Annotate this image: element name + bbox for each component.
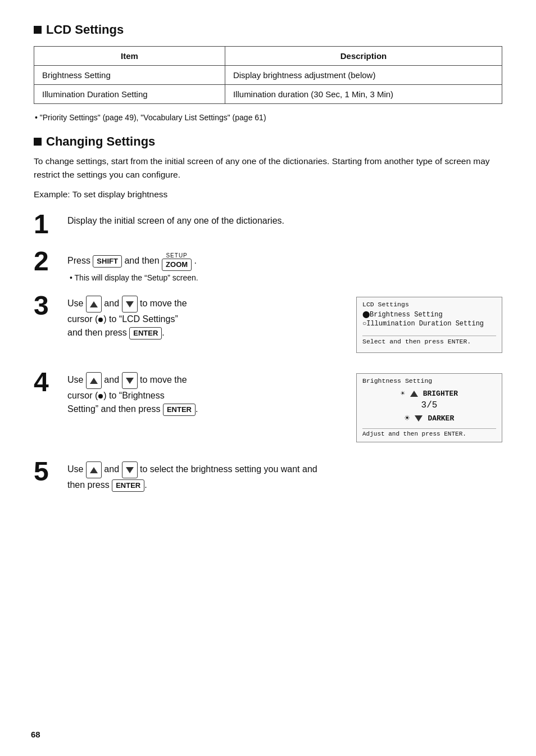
brightness-darker: ☀ DARKER [362, 413, 496, 424]
table-row: Illumination Duration SettingIlluminatio… [34, 85, 502, 104]
lcd-settings-section: LCD Settings Item Description Brightness… [34, 22, 502, 122]
step-4: 4 Use and to move the cursor () to “Brig… [34, 369, 502, 442]
step-5-content: Use and to select the brightness setting… [67, 458, 502, 492]
lcd-row-3-2: ○Illumination Duration Setting [362, 320, 496, 328]
lcd-settings-title: LCD Settings [46, 22, 124, 37]
changing-settings-body: To change settings, start from the initi… [34, 155, 502, 182]
step-4-left: 4 Use and to move the cursor () to “Brig… [34, 369, 346, 416]
step-2-text-before: Press [67, 256, 90, 265]
step-3-screen: LCD Settings ⬤Brightness Setting ○Illumi… [356, 297, 502, 353]
step-2-number: 2 [34, 248, 64, 275]
page-number: 68 [31, 730, 40, 739]
step-3-number: 3 [34, 292, 64, 319]
table-cell-item-1: Illumination Duration Setting [34, 85, 225, 104]
sun-icon-small: ☀ [401, 389, 405, 398]
step-4-content: Use and to move the cursor () to “Bright… [67, 369, 346, 416]
step-5: 5 Use and to select the brightness setti… [34, 458, 502, 492]
lcd-screen-3: LCD Settings ⬤Brightness Setting ○Illumi… [356, 297, 502, 353]
changing-settings-section: Changing Settings To change settings, st… [34, 134, 502, 492]
down-arrow-box-4 [122, 372, 138, 389]
enter-key-5: ENTER [112, 479, 144, 492]
step-2-text: Press SHIFT and then SETUP ZOOM . [67, 251, 502, 271]
step-4-text: Use and to move the cursor () to “Bright… [67, 372, 346, 416]
step-2-text-mid: and then [124, 256, 162, 265]
step-4-number: 4 [34, 369, 64, 396]
step-2-content: Press SHIFT and then SETUP ZOOM . This w… [67, 248, 502, 282]
step-2-sub: This will display the “Setup” screen. [70, 273, 502, 282]
step-3: 3 Use and to move the cursor () to “LCD … [34, 292, 502, 353]
down-arrow-3 [126, 301, 134, 307]
step-3-content: Use and to move the cursor () to “LCD Se… [67, 292, 346, 339]
up-arrow-box-4 [86, 372, 102, 389]
changing-settings-title: Changing Settings [46, 134, 155, 149]
heading-bullet-2 [34, 138, 42, 146]
cursor-dot-3 [98, 318, 103, 322]
brighter-label: BRIGHTER [423, 390, 458, 398]
changing-settings-heading: Changing Settings [34, 134, 502, 149]
lcd-screen-3-footer: Select and then press ENTER. [362, 336, 496, 345]
step-4-screen: Brightness Setting ☀ BRIGHTER 3/5 ☀ DARK… [356, 373, 502, 442]
lcd-settings-table: Item Description Brightness SettingDispl… [34, 46, 502, 104]
table-header-description: Description [225, 47, 502, 66]
step-1: 1 Display the initial screen of any one … [34, 211, 502, 238]
shift-key: SHIFT [93, 255, 122, 268]
table-cell-item-0: Brightness Setting [34, 66, 225, 85]
heading-bullet [34, 26, 42, 34]
step-2: 2 Press SHIFT and then SETUP ZOOM . This… [34, 248, 502, 282]
up-arrow-5 [90, 467, 98, 473]
darker-arrow [415, 415, 423, 422]
step-1-content: Display the initial screen of any one of… [67, 211, 502, 228]
table-cell-desc-0: Display brightness adjustment (below) [225, 66, 502, 85]
up-arrow-4 [90, 378, 98, 384]
step-5-text: Use and to select the brightness setting… [67, 461, 502, 492]
up-arrow-box-3 [86, 296, 102, 313]
brightness-value: 3/5 [362, 400, 496, 410]
step-1-text: Display the initial screen of any one of… [67, 214, 502, 228]
step-3-text: Use and to move the cursor () to “LCD Se… [67, 296, 346, 339]
down-arrow-4 [126, 378, 134, 384]
table-header-item: Item [34, 47, 225, 66]
step-1-number: 1 [34, 211, 64, 238]
darker-label: DARKER [428, 414, 454, 423]
down-arrow-5 [126, 467, 134, 473]
down-arrow-box-5 [122, 461, 138, 478]
up-arrow-3 [90, 301, 98, 307]
down-arrow-box-3 [122, 296, 138, 313]
lcd-row-3-1: ⬤Brightness Setting [362, 310, 496, 319]
step-3-left: 3 Use and to move the cursor () to “LCD … [34, 292, 346, 339]
zoom-key: ZOOM [162, 259, 192, 271]
brightness-screen: Brightness Setting ☀ BRIGHTER 3/5 ☀ DARK… [356, 373, 502, 442]
example-line: Example: To set display brightness [34, 189, 502, 200]
step-2-text-after: . [194, 256, 197, 265]
brighter-arrow [410, 391, 418, 397]
brightness-screen-footer: Adjust and then press ENTER. [362, 428, 496, 437]
enter-key-3: ENTER [129, 327, 162, 339]
lcd-settings-heading: LCD Settings [34, 22, 502, 37]
table-row: Brightness SettingDisplay brightness adj… [34, 66, 502, 85]
up-arrow-box-5 [86, 461, 102, 478]
cursor-dot-4 [98, 394, 103, 399]
lcd-screen-3-title: LCD Settings [362, 301, 496, 308]
table-cell-desc-1: Illumination duration (30 Sec, 1 Min, 3 … [225, 85, 502, 104]
enter-key-4: ENTER [163, 404, 196, 416]
zoom-key-wrap: SETUP ZOOM [162, 251, 192, 271]
brightness-screen-title: Brightness Setting [362, 377, 496, 384]
brightness-brighter: ☀ BRIGHTER [362, 389, 496, 398]
sun-icon-large: ☀ [405, 413, 410, 424]
step-5-number: 5 [34, 458, 64, 485]
lcd-settings-note: "Priority Settings" (page 49), "Vocabula… [35, 113, 502, 122]
